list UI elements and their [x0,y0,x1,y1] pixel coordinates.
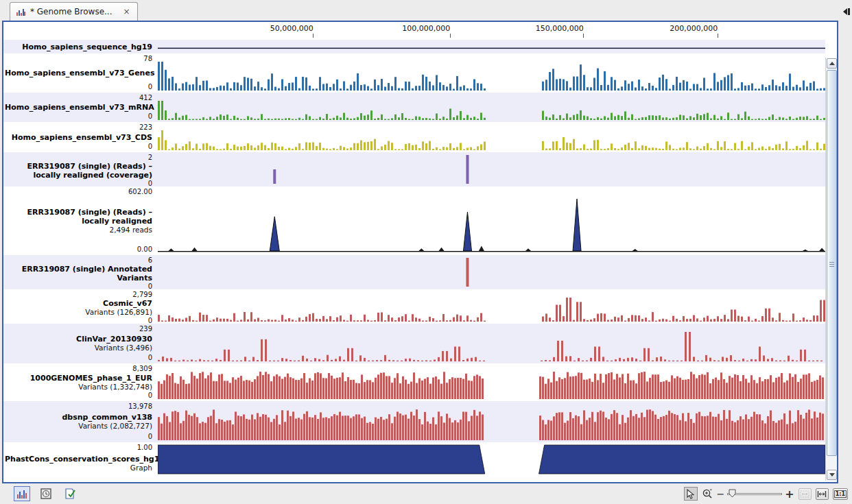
ruler-tick-label: 50,000,000 [270,24,313,33]
track-row-cosmic: 2,799Cosmic_v67Variants (126,891)0 [3,289,825,324]
zoom-slider[interactable] [727,489,782,499]
collapse-bar-icon [848,8,850,15]
tracks-area: Homo_sapiens_sequence_hg1978Homo_sapiens… [3,40,837,481]
tab-bar: * Genome Browse... × [0,0,852,21]
track-name: Cosmic_v67Variants (126,891) [5,299,152,317]
track-data-mrna[interactable] [158,93,825,122]
history-view-button[interactable] [38,486,54,501]
track-data-reads[interactable] [158,187,825,255]
scroll-down-button[interactable] [827,470,837,480]
track-name: Homo_sapiens_ensembl_v73_CDS [5,133,152,142]
track-min-value: 0 [5,392,152,400]
fit-width-button[interactable] [816,488,829,500]
track-label-annotated-variants: 6ERR319087 (single) AnnotatedVariants0 [3,255,158,289]
track-max-value: 2 [5,154,152,162]
track-label-cds: 223Homo_sapiens_ensembl_v73_CDS0 [3,122,158,152]
track-label-cosmic: 2,799Cosmic_v67Variants (126,891)0 [3,289,158,324]
track-label-dbsnp: 13,978dbsnp_common_v138Variants (2,082,7… [3,401,158,442]
track-name-line: ERR319087 (single) (Reads) – [5,208,152,217]
track-label-mrna: 412Homo_sapiens_ensembl_v73_mRNA0 [3,93,158,122]
track-max-value: 6 [5,256,152,265]
ruler-tick-mark [583,34,584,38]
track-data-clinvar[interactable] [158,324,825,363]
track-row-reads: 602.00ERR319087 (single) (Reads) –locall… [3,187,825,255]
tab-genome-browser[interactable]: * Genome Browse... × [10,2,138,21]
track-data-annotated-variants[interactable] [158,255,825,289]
track-data-sequence[interactable] [158,40,825,53]
track-name-line: 1000GENOMES_phase_1_EUR [5,374,152,383]
scrollbar-grip-icon [829,261,835,266]
track-row-dbsnp: 13,978dbsnp_common_v138Variants (2,082,7… [3,401,825,442]
fit-width-icon [817,490,827,498]
ruler-tick-label: 200,000,000 [670,24,718,33]
track-data-genes[interactable] [158,53,825,93]
zoom-selection-icon [800,490,809,498]
track-sub-label: 2,494 reads [5,226,152,235]
track-sub-label: Variants (3,496) [5,344,152,352]
track-name-line: locally realigned (coverage) [5,171,152,180]
view-switcher [14,486,78,501]
track-data-cosmic[interactable] [158,289,825,324]
zoom-slider-thumb[interactable] [729,489,736,498]
history-clock-icon [40,488,51,499]
genome-browser-panel: 50,000,000100,000,000150,000,000200,000,… [2,21,838,483]
application-window: * Genome Browse... × 50,000,000100,000,0… [0,0,852,504]
zoom-out-icon[interactable]: − [717,488,725,499]
track-data-dbsnp[interactable] [158,401,825,442]
track-data-1000genomes[interactable] [158,363,825,401]
track-label-coverage: 2ERR319087 (single) (Reads) –locally rea… [3,152,158,187]
ruler-tick: 200,000,000 [694,24,742,38]
track-view-button[interactable] [14,486,30,501]
track-sub-label: Variants (1,332,748) [5,383,152,392]
track-data-phastcons[interactable] [158,442,825,477]
track-name-line: locally realigned [5,217,152,226]
track-row-annotated-variants: 6ERR319087 (single) AnnotatedVariants0 [3,255,825,289]
zoom-to-selection-button [798,488,812,500]
track-name-line: ERR319087 (single) (Reads) – [5,162,152,171]
position-ruler[interactable]: 50,000,000100,000,000150,000,000200,000,… [3,22,837,40]
track-max-value: 13,978 [5,403,152,411]
zoom-in-tool-button[interactable] [700,487,714,501]
track-name: Homo_sapiens_ensembl_v73_mRNA [5,103,152,112]
vertical-scrollbar[interactable] [825,58,837,481]
track-max-value: 412 [5,94,152,102]
track-name: Homo_sapiens_sequence_hg19 [5,43,152,51]
track-view-icon [16,489,27,499]
scroll-down-icon [829,473,835,477]
track-name: ClinVar_20130930Variants (3,496) [5,335,152,352]
track-name-line: dbsnp_common_v138 [5,413,152,422]
track-row-coverage: 2ERR319087 (single) (Reads) –locally rea… [3,152,825,187]
track-name-line: ERR319087 (single) Annotated [5,265,152,274]
track-min-value: 0 [5,83,152,91]
ruler-tick-mark [313,34,313,38]
actual-size-label: 1:1 [834,490,847,498]
track-max-value: 1.00 [5,444,152,452]
track-sub-label: Variants (126,891) [5,308,152,317]
track-name-line: Variants [5,274,152,283]
track-max-value: 239 [5,325,152,333]
collapse-arrow-icon [843,8,847,15]
track-row-genes: 78Homo_sapiens_ensembl_v73_Genes0 [3,53,825,93]
track-sub-label: Graph [5,464,152,472]
track-list-icon [16,7,26,16]
track-data-coverage[interactable] [158,152,825,187]
track-max-value: 8,309 [5,365,152,373]
track-row-1000genomes: 8,3091000GENOMES_phase_1_EURVariants (1,… [3,363,825,401]
scroll-up-button[interactable] [827,58,837,69]
pointer-tool-button[interactable] [684,487,698,501]
scrollbar-thumb[interactable] [827,70,837,456]
element-info-icon [64,488,76,499]
pointer-cursor-icon [686,489,695,499]
track-max-value: 78 [5,55,152,63]
tab-close-icon[interactable]: × [123,7,130,16]
track-name-line: Homo_sapiens_ensembl_v73_Genes [5,69,152,77]
element-info-view-button[interactable] [62,486,78,501]
actual-size-button[interactable]: 1:1 [833,488,848,500]
scroll-up-icon [829,62,835,65]
side-panel-collapse-icon[interactable] [843,8,850,15]
track-data-cds[interactable] [158,122,825,152]
zoom-in-icon[interactable]: + [785,488,794,501]
track-label-sequence: Homo_sapiens_sequence_hg19 [3,40,158,53]
track-name-line: Homo_sapiens_sequence_hg19 [5,43,152,51]
ruler-tick-label: 100,000,000 [402,24,450,33]
